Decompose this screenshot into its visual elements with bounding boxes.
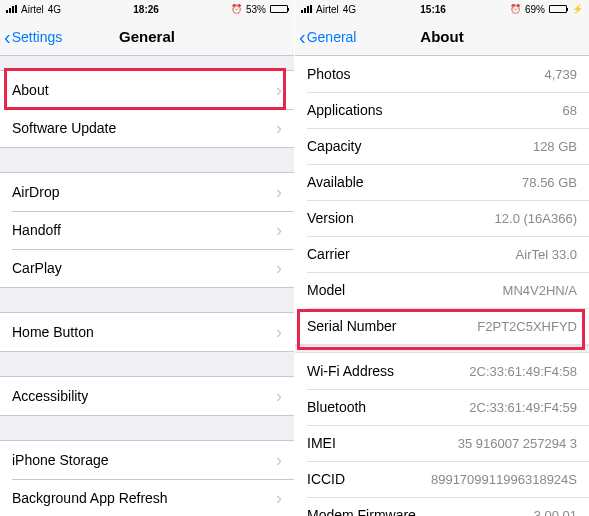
row-available[interactable]: Available 78.56 GB <box>295 164 589 200</box>
chevron-right-icon: › <box>276 220 282 241</box>
row-value: AirTel 33.0 <box>516 247 577 262</box>
row-label: Available <box>307 174 522 190</box>
row-label: IMEI <box>307 435 458 451</box>
row-label: iPhone Storage <box>12 452 270 468</box>
row-modem-firmware[interactable]: Modem Firmware 3.00.01 <box>295 497 589 516</box>
row-value: 78.56 GB <box>522 175 577 190</box>
row-value: 8991709911996318924S <box>431 472 577 487</box>
row-model[interactable]: Model MN4V2HN/A <box>295 272 589 308</box>
chevron-right-icon: › <box>276 182 282 203</box>
chevron-right-icon: › <box>276 80 282 101</box>
battery-icon <box>270 5 288 13</box>
chevron-right-icon: › <box>276 322 282 343</box>
row-imei[interactable]: IMEI 35 916007 257294 3 <box>295 425 589 461</box>
row-accessibility[interactable]: Accessibility › <box>0 377 294 415</box>
row-label: Version <box>307 210 495 226</box>
row-iphone-storage[interactable]: iPhone Storage › <box>0 441 294 479</box>
row-wifi-address[interactable]: Wi-Fi Address 2C:33:61:49:F4:58 <box>295 353 589 389</box>
row-label: Software Update <box>12 120 270 136</box>
signal-icon <box>301 5 312 13</box>
row-value: F2PT2C5XHFYD <box>477 319 577 334</box>
chevron-left-icon: ‹ <box>299 27 306 47</box>
battery-icon <box>549 5 567 13</box>
alarm-icon: ⏰ <box>510 4 521 14</box>
row-value: 12.0 (16A366) <box>495 211 577 226</box>
chevron-right-icon: › <box>276 118 282 139</box>
chevron-right-icon: › <box>276 488 282 509</box>
row-handoff[interactable]: Handoff › <box>0 211 294 249</box>
row-serial-number[interactable]: Serial Number F2PT2C5XHFYD <box>295 308 589 344</box>
row-label: Model <box>307 282 503 298</box>
carrier-label: Airtel <box>21 4 44 15</box>
about-list-b: Wi-Fi Address 2C:33:61:49:F4:58 Bluetoot… <box>295 353 589 516</box>
about-screen: Airtel 4G 15:16 ⏰ 69% ⚡ ‹ General About … <box>295 0 589 516</box>
chevron-right-icon: › <box>276 450 282 471</box>
row-applications[interactable]: Applications 68 <box>295 92 589 128</box>
row-label: Bluetooth <box>307 399 469 415</box>
charging-icon: ⚡ <box>572 4 583 14</box>
row-about[interactable]: About › <box>0 71 294 109</box>
back-button[interactable]: ‹ General <box>299 18 356 55</box>
row-label: Wi-Fi Address <box>307 363 469 379</box>
row-label: Home Button <box>12 324 270 340</box>
row-value: 35 916007 257294 3 <box>458 436 577 451</box>
row-label: Carrier <box>307 246 516 262</box>
row-bluetooth[interactable]: Bluetooth 2C:33:61:49:F4:59 <box>295 389 589 425</box>
row-home-button[interactable]: Home Button › <box>0 313 294 351</box>
row-label: Capacity <box>307 138 533 154</box>
row-software-update[interactable]: Software Update › <box>0 109 294 147</box>
row-carrier[interactable]: Carrier AirTel 33.0 <box>295 236 589 272</box>
row-label: Background App Refresh <box>12 490 270 506</box>
battery-percent: 53% <box>246 4 266 15</box>
network-label: 4G <box>48 4 61 15</box>
row-label: About <box>12 82 270 98</box>
row-label: ICCID <box>307 471 431 487</box>
page-title: General <box>119 28 175 45</box>
row-value: 2C:33:61:49:F4:59 <box>469 400 577 415</box>
row-version[interactable]: Version 12.0 (16A366) <box>295 200 589 236</box>
row-value: MN4V2HN/A <box>503 283 577 298</box>
back-label: General <box>307 29 357 45</box>
row-airdrop[interactable]: AirDrop › <box>0 173 294 211</box>
row-capacity[interactable]: Capacity 128 GB <box>295 128 589 164</box>
network-label: 4G <box>343 4 356 15</box>
row-label: CarPlay <box>12 260 270 276</box>
row-value: 2C:33:61:49:F4:58 <box>469 364 577 379</box>
general-settings-screen: Airtel 4G 18:26 ⏰ 53% ‹ Settings General… <box>0 0 295 516</box>
chevron-left-icon: ‹ <box>4 27 11 47</box>
row-background-app-refresh[interactable]: Background App Refresh › <box>0 479 294 516</box>
row-label: Photos <box>307 66 544 82</box>
about-list: Photos 4,739 Applications 68 Capacity 12… <box>295 56 589 345</box>
chevron-right-icon: › <box>276 258 282 279</box>
battery-percent: 69% <box>525 4 545 15</box>
row-label: Serial Number <box>307 318 477 334</box>
row-photos[interactable]: Photos 4,739 <box>295 56 589 92</box>
nav-bar: ‹ General About <box>295 18 589 56</box>
page-title: About <box>420 28 463 45</box>
back-button[interactable]: ‹ Settings <box>4 18 62 55</box>
signal-icon <box>6 5 17 13</box>
row-value: 3.00.01 <box>534 508 577 517</box>
nav-bar: ‹ Settings General <box>0 18 294 56</box>
alarm-icon: ⏰ <box>231 4 242 14</box>
back-label: Settings <box>12 29 63 45</box>
row-value: 68 <box>563 103 577 118</box>
status-bar: Airtel 4G 18:26 ⏰ 53% <box>0 0 294 18</box>
clock: 15:16 <box>420 4 446 15</box>
row-label: Accessibility <box>12 388 270 404</box>
carrier-label: Airtel <box>316 4 339 15</box>
row-value: 4,739 <box>544 67 577 82</box>
row-value: 128 GB <box>533 139 577 154</box>
row-label: Modem Firmware <box>307 507 534 516</box>
row-label: Applications <box>307 102 563 118</box>
chevron-right-icon: › <box>276 386 282 407</box>
row-iccid[interactable]: ICCID 8991709911996318924S <box>295 461 589 497</box>
status-bar: Airtel 4G 15:16 ⏰ 69% ⚡ <box>295 0 589 18</box>
clock: 18:26 <box>133 4 159 15</box>
row-label: Handoff <box>12 222 270 238</box>
row-label: AirDrop <box>12 184 270 200</box>
row-carplay[interactable]: CarPlay › <box>0 249 294 287</box>
